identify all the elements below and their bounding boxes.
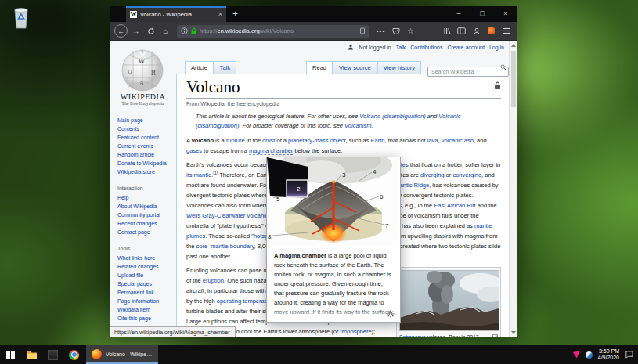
personal-create-account-link[interactable]: Create account bbox=[447, 45, 484, 50]
action-center-icon[interactable] bbox=[625, 351, 633, 359]
sidebar-header-tools: Tools bbox=[117, 244, 174, 253]
account-icon[interactable] bbox=[470, 24, 483, 38]
preview-body: is a large pool of liquid rock beneath t… bbox=[274, 252, 393, 322]
sidebar-link[interactable]: Random article bbox=[117, 150, 174, 159]
sidebar-link[interactable]: Wikidata item bbox=[117, 305, 174, 314]
new-tab-button[interactable]: + bbox=[226, 6, 244, 22]
personal-log-in-link[interactable]: Log in bbox=[489, 45, 504, 50]
magma-chamber-diagram: 2 3 4 5 6 7 8 bbox=[267, 157, 398, 247]
wiki-link[interactable]: diverging bbox=[420, 171, 444, 178]
sidebar-link[interactable]: Donate to Wikipedia bbox=[117, 159, 174, 168]
thumbnail-caption: Sabancaya volcano, Peru in 2017 bbox=[399, 333, 498, 337]
sidebar-link[interactable]: Contact page bbox=[117, 228, 174, 236]
file-explorer-button[interactable] bbox=[21, 345, 42, 364]
menu-hamburger-icon[interactable] bbox=[499, 24, 513, 38]
personal-talk-link[interactable]: Talk bbox=[396, 45, 406, 50]
tray-blue-app-icon[interactable] bbox=[586, 351, 593, 359]
back-button[interactable]: ← bbox=[114, 24, 128, 38]
sidebar-link[interactable]: What links here bbox=[117, 254, 174, 262]
sidebar-link[interactable]: Permanent link bbox=[117, 288, 174, 297]
scroll-down-arrow[interactable] bbox=[511, 331, 516, 334]
sidebar-link[interactable]: Current events bbox=[117, 142, 174, 150]
tab-title: Volcano - Wikipedia bbox=[140, 11, 215, 18]
tab-view-source[interactable]: View source bbox=[333, 61, 377, 74]
library-icon[interactable] bbox=[440, 24, 453, 38]
tab-talk[interactable]: Talk bbox=[214, 61, 236, 74]
page-actions-menu-icon[interactable]: ••• bbox=[374, 24, 387, 38]
home-button[interactable]: ⌂ bbox=[159, 24, 172, 38]
wiki-link[interactable]: lava bbox=[427, 137, 438, 144]
taskbar-clock[interactable]: 3:50 PM 4/9/2020 bbox=[598, 348, 619, 362]
recycle-bin-icon[interactable] bbox=[11, 4, 31, 31]
diagram-label-2: 2 bbox=[297, 186, 301, 193]
tab-view-history[interactable]: View history bbox=[377, 61, 421, 74]
wiki-link[interactable]: planetary-mass object bbox=[288, 137, 345, 144]
wiki-link[interactable]: Earth bbox=[371, 137, 385, 144]
sidebar-link[interactable]: Community portal bbox=[117, 211, 174, 219]
sidebar-link[interactable]: Special pages bbox=[117, 279, 174, 288]
chrome-button[interactable] bbox=[63, 345, 85, 364]
wiki-link[interactable]: troposphere bbox=[341, 328, 372, 335]
search-icon[interactable] bbox=[500, 64, 506, 70]
personal-contributions-link[interactable]: Contributions bbox=[410, 45, 442, 50]
wiki-link[interactable]: core–mantle boundary bbox=[196, 243, 254, 250]
dark-app-icon bbox=[48, 350, 58, 360]
wiki-link[interactable]: rupture bbox=[226, 137, 245, 144]
wiki-link[interactable]: Sabancaya bbox=[399, 334, 426, 337]
site-info-icon[interactable] bbox=[181, 27, 188, 34]
wiki-link[interactable]: East African Rift bbox=[434, 202, 475, 209]
sidebar-link[interactable]: Main page bbox=[117, 116, 174, 124]
page-preview-popup[interactable]: 2 3 4 5 6 7 8 A magma chamber is a large… bbox=[266, 157, 401, 323]
scroll-up-arrow[interactable] bbox=[511, 44, 516, 47]
scroll-thumb[interactable] bbox=[511, 51, 516, 107]
wiki-link[interactable]: crust bbox=[262, 137, 275, 144]
page-scrollbar[interactable] bbox=[509, 41, 517, 337]
sidebar-link[interactable]: Contents bbox=[117, 124, 174, 133]
wiki-link[interactable]: Volcanism bbox=[344, 122, 371, 129]
preview-settings-gear-icon[interactable] bbox=[387, 310, 395, 318]
sidebar-link[interactable]: Wikipedia store bbox=[117, 168, 174, 176]
dark-app-button[interactable] bbox=[42, 345, 63, 364]
sidebar-link[interactable]: Featured content bbox=[117, 133, 174, 142]
wiki-link[interactable]: volcanic ash bbox=[442, 137, 474, 144]
extension-icon[interactable] bbox=[485, 24, 498, 38]
pocket-glyph bbox=[392, 27, 400, 35]
tab-read[interactable]: Read bbox=[306, 61, 333, 74]
wiki-link[interactable]: eruption bbox=[203, 277, 224, 284]
maximize-button[interactable]: □ bbox=[470, 6, 494, 22]
sidebar-link[interactable]: Related changes bbox=[117, 262, 174, 271]
tray-pink-app-icon[interactable] bbox=[573, 351, 580, 359]
browser-tab-volcano[interactable]: W Volcano - Wikipedia × bbox=[126, 6, 226, 22]
wiki-link[interactable]: its mantle bbox=[186, 171, 211, 178]
tab-close-icon[interactable]: × bbox=[218, 11, 222, 18]
https-lock-icon[interactable] bbox=[190, 27, 197, 34]
close-button[interactable]: × bbox=[494, 6, 517, 22]
sidebar-link[interactable]: Page information bbox=[117, 297, 174, 305]
page-action-icon[interactable] bbox=[359, 27, 366, 34]
sidebar-link[interactable]: About Wikipedia bbox=[117, 202, 174, 211]
search-input[interactable] bbox=[427, 67, 509, 77]
expand-thumbnail-icon[interactable] bbox=[492, 334, 498, 337]
pocket-icon[interactable] bbox=[389, 24, 402, 38]
thumbnail-box[interactable]: Sabancaya volcano, Peru in 2017 bbox=[396, 267, 501, 337]
reload-button[interactable] bbox=[144, 24, 157, 38]
sidebar-link[interactable]: Cite this page bbox=[117, 314, 174, 323]
bookmark-star-icon[interactable]: ☆ bbox=[404, 24, 417, 38]
sidebar-link[interactable]: Recent changes bbox=[117, 219, 174, 228]
wiki-link[interactable]: Volcano (disambiguation) bbox=[359, 113, 425, 120]
firefox-taskbar-button[interactable]: Volcano - Wikipedi... bbox=[86, 345, 158, 364]
sidebar-link[interactable]: Help bbox=[117, 193, 174, 202]
start-button[interactable] bbox=[0, 345, 21, 364]
wiki-link[interactable]: magma chamber bbox=[249, 147, 293, 155]
sidebar-toggle-icon[interactable] bbox=[455, 24, 468, 38]
wikipedia-globe-logo[interactable]: W Ω И А bbox=[119, 46, 166, 93]
minimize-button[interactable]: – bbox=[447, 6, 470, 22]
wiki-link[interactable]: gases bbox=[186, 147, 202, 154]
url-bar[interactable]: https://en.wikipedia.org/wiki/Volcano bbox=[177, 25, 369, 38]
forward-button[interactable]: → bbox=[129, 24, 142, 38]
sidebar-link[interactable]: Upload file bbox=[117, 271, 174, 279]
extension-glyph bbox=[488, 27, 495, 34]
sidebar-main-links: Main pageContentsFeatured contentCurrent… bbox=[117, 116, 174, 176]
tab-article[interactable]: Article bbox=[185, 61, 214, 74]
wiki-link[interactable]: converging bbox=[452, 171, 481, 178]
